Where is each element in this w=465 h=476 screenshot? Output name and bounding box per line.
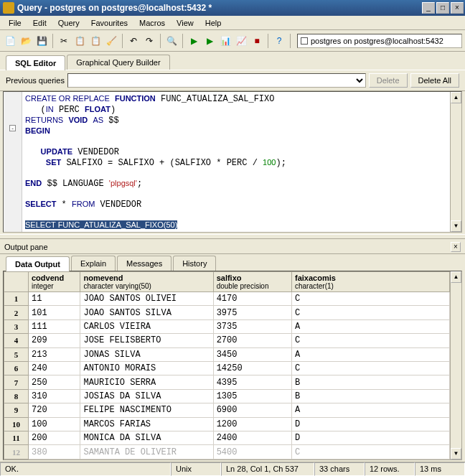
cell[interactable]: 2400 [213,431,291,445]
cell[interactable]: 4170 [213,292,291,306]
cell[interactable]: 2700 [213,334,291,347]
corner-cell[interactable] [4,272,29,292]
cell[interactable]: MONICA DA SILVA [80,431,213,445]
cell[interactable]: A [292,319,450,333]
scroll-up-icon[interactable]: ▲ [451,271,461,283]
explain-icon[interactable]: 📊 [218,34,232,48]
table-row[interactable]: 111JOAO SANTOS OLIVEI4170C [4,292,450,306]
cell[interactable]: 240 [29,362,80,375]
cell[interactable]: 14250 [213,362,291,375]
table-row[interactable]: 9720FELIPE NASCIMENTO6900A [4,403,450,417]
cell[interactable]: 200 [29,431,80,445]
cell[interactable]: 720 [29,403,80,417]
new-icon[interactable]: 📄 [3,34,17,48]
cell[interactable]: 213 [29,347,80,361]
cell[interactable]: 250 [29,375,80,389]
cell[interactable]: 6900 [213,403,291,417]
col-header-codvend[interactable]: codvendinteger [29,272,80,292]
cell[interactable]: A [292,347,450,361]
cell[interactable]: JOSE FELISBERTO [80,334,213,347]
cell[interactable]: JONAS SILVA [80,347,213,361]
row-number[interactable]: 10 [4,417,29,431]
grid-scrollbar[interactable]: ▲ ▼ [450,271,461,459]
cell[interactable]: 310 [29,389,80,403]
tab-history[interactable]: History [173,256,216,271]
maximize-button[interactable]: □ [436,2,449,14]
row-number[interactable]: 1 [4,292,29,306]
table-row[interactable]: 11200MONICA DA SILVA2400D [4,431,450,445]
cell[interactable]: C [292,292,450,306]
row-number[interactable]: 8 [4,389,29,403]
close-button[interactable]: × [451,2,464,14]
paste-icon[interactable]: 📋 [88,34,103,48]
cell[interactable]: 3975 [213,306,291,319]
cell[interactable]: 5400 [213,445,291,459]
open-icon[interactable]: 📂 [19,34,33,48]
row-number[interactable]: 6 [4,362,29,375]
menu-edit[interactable]: Edit [27,17,52,29]
cell[interactable]: MARCOS FARIAS [80,417,213,431]
splitter[interactable] [0,234,465,239]
data-output-grid[interactable]: codvendinteger nomevendcharacter varying… [4,271,450,459]
find-icon[interactable]: 🔍 [164,34,179,48]
cell[interactable]: D [292,431,450,445]
cell[interactable]: C [292,445,450,459]
minimize-button[interactable]: _ [422,2,435,14]
scroll-track[interactable] [451,283,461,448]
menu-help[interactable]: Help [199,17,227,29]
table-row[interactable]: 8310JOSIAS DA SILVA1305B [4,389,450,403]
sql-editor[interactable]: - CREATE OR REPLACE FUNCTION FUNC_ATUALI… [3,91,462,233]
cell[interactable]: MAURICIO SERRA [80,375,213,389]
cell[interactable]: C [292,306,450,319]
previous-queries-select[interactable] [67,73,366,88]
scroll-track[interactable] [451,103,461,220]
execute-file-icon[interactable]: ▶ [202,34,217,48]
cell[interactable]: 209 [29,334,80,347]
row-number[interactable]: 3 [4,319,29,333]
cell[interactable]: 1200 [213,417,291,431]
undo-icon[interactable]: ↶ [126,34,141,48]
delete-button[interactable]: Delete [369,73,408,88]
output-pane-close-icon[interactable]: × [451,242,461,252]
cell[interactable]: B [292,375,450,389]
cell[interactable]: 3735 [213,319,291,333]
cell[interactable]: 101 [29,306,80,319]
cancel-icon[interactable]: ■ [250,34,264,48]
scroll-down-icon[interactable]: ▼ [451,220,461,232]
row-number[interactable]: 5 [4,347,29,361]
cell[interactable]: JOAO SANTOS OLIVEI [80,292,213,306]
fold-icon[interactable]: - [9,125,16,131]
window-titlebar[interactable]: Query - postgres on postgres@localhost:5… [0,0,465,16]
cell[interactable]: JOAO SANTOS SILVA [80,306,213,319]
col-header-salfixo[interactable]: salfixodouble precision [213,272,291,292]
cell[interactable]: JOSIAS DA SILVA [80,389,213,403]
cell[interactable]: 1305 [213,389,291,403]
save-icon[interactable]: 💾 [34,34,49,48]
row-number[interactable]: 2 [4,306,29,319]
menu-macros[interactable]: Macros [133,17,171,29]
editor-scrollbar[interactable]: ▲ ▼ [450,92,461,232]
execute-icon[interactable]: ▶ [187,34,201,48]
cell[interactable]: ANTONIO MORAIS [80,362,213,375]
sql-code-area[interactable]: CREATE OR REPLACE FUNCTION FUNC_ATUALIZA… [22,92,450,232]
tab-explain[interactable]: Explain [71,256,116,271]
cell[interactable]: 100 [29,417,80,431]
scroll-up-icon[interactable]: ▲ [451,92,461,103]
clear-icon[interactable]: 🧹 [104,34,118,48]
col-header-faixacomis[interactable]: faixacomischaracter(1) [292,272,450,292]
row-number[interactable]: 7 [4,375,29,389]
cell[interactable]: C [292,362,450,375]
menu-favourites[interactable]: Favourites [85,17,133,29]
tab-data-output[interactable]: Data Output [6,256,70,271]
col-header-nomevend[interactable]: nomevendcharacter varying(50) [80,272,213,292]
tab-messages[interactable]: Messages [117,256,172,271]
help-icon[interactable]: ? [272,34,286,48]
cut-icon[interactable]: ✂ [57,34,71,48]
table-row[interactable]: 12380SAMANTA DE OLIVEIR5400C [4,445,450,459]
redo-icon[interactable]: ↷ [142,34,156,48]
tab-sql-editor[interactable]: SQL Editor [6,55,65,70]
cell[interactable]: C [292,334,450,347]
delete-all-button[interactable]: Delete All [410,73,459,88]
cell[interactable]: 4395 [213,375,291,389]
cell[interactable]: D [292,417,450,431]
